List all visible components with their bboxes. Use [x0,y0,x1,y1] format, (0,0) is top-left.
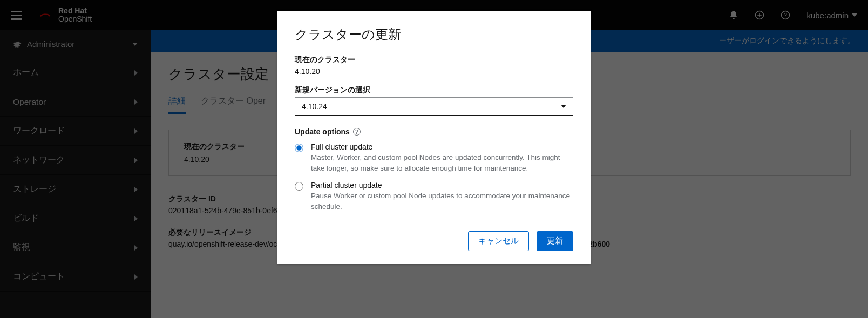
version-select[interactable]: 4.10.24 [295,97,573,116]
modal-footer: キャンセル 更新 [295,231,573,251]
radio-partial-update[interactable] [295,182,303,191]
update-options-label: Update options [295,127,350,136]
radio-full-update[interactable] [295,144,303,152]
radio-partial-desc: Pause Worker or custom pool Node updates… [311,191,573,212]
caret-down-icon [561,105,566,108]
modal-select-label: 新規バージョンの選択 [295,85,573,95]
help-icon[interactable]: ? [353,128,361,136]
update-options-header: Update options ? [295,127,573,136]
version-select-value: 4.10.24 [302,102,327,111]
modal-current-label: 現在のクラスター [295,55,573,65]
modal-title: クラスターの更新 [295,26,573,43]
radio-partial-group: Partial cluster update Pause Worker or c… [295,181,573,212]
radio-full-desc: Master, Worker, and custom pool Nodes ar… [311,152,573,173]
modal-current-value: 4.10.20 [295,67,573,76]
radio-full-group: Full cluster update Master, Worker, and … [295,143,573,173]
update-cluster-modal: クラスターの更新 現在のクラスター 4.10.20 新規バージョンの選択 4.1… [277,11,591,264]
cancel-button[interactable]: キャンセル [468,231,529,251]
radio-full-label: Full cluster update [311,143,573,151]
radio-partial-label: Partial cluster update [311,181,573,190]
update-button[interactable]: 更新 [537,231,573,251]
